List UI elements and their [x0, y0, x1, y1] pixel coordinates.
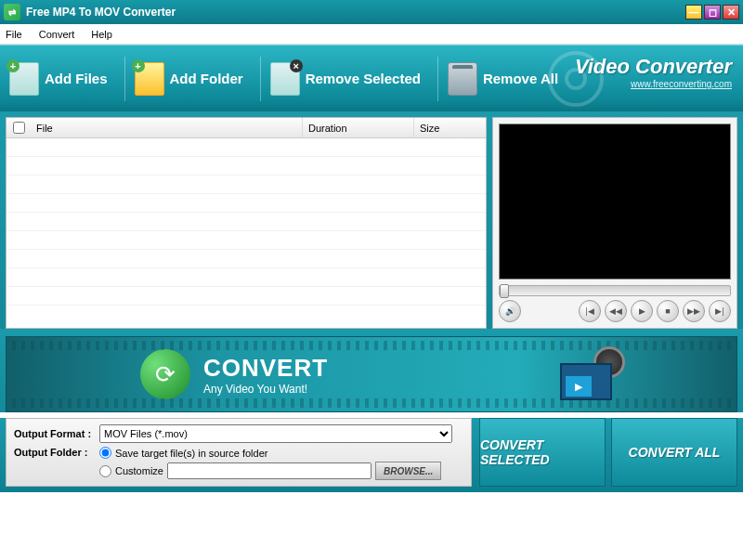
- radio-source-folder[interactable]: [99, 447, 111, 459]
- add-files-label: Add Files: [45, 71, 108, 86]
- play-button[interactable]: ▶: [631, 300, 653, 322]
- banner-subtitle: Any Video You Want!: [203, 383, 328, 396]
- add-folder-label: Add Folder: [170, 71, 243, 86]
- output-settings: Output Format : MOV Files (*.mov) Output…: [6, 418, 472, 487]
- output-format-label: Output Format :: [14, 428, 99, 439]
- output-format-select[interactable]: MOV Files (*.mov): [99, 424, 452, 443]
- prev-button[interactable]: |◀: [579, 300, 601, 322]
- clapper-icon: ▶: [560, 346, 625, 400]
- toolbar: Add Files Add Folder Remove Selected Rem…: [0, 45, 743, 111]
- browse-button[interactable]: BROWSE...: [375, 462, 441, 480]
- preview-screen: [499, 124, 731, 280]
- menu-convert[interactable]: Convert: [39, 29, 75, 40]
- convert-circle-icon: ⟳: [140, 349, 190, 399]
- preview-panel: 🔊 |◀ ◀◀ ▶ ■ ▶▶ ▶|: [492, 117, 737, 329]
- minimize-button[interactable]: —: [685, 5, 702, 20]
- remove-all-label: Remove All: [483, 71, 558, 86]
- menubar: File Convert Help: [0, 24, 743, 45]
- custom-folder-input[interactable]: [167, 462, 372, 479]
- column-duration[interactable]: Duration: [302, 118, 413, 137]
- convert-all-button[interactable]: CONVERT ALL: [611, 418, 737, 487]
- forward-button[interactable]: ▶▶: [683, 300, 705, 322]
- add-file-icon: [9, 62, 39, 96]
- remove-selected-icon: [270, 62, 300, 96]
- brand-title: Video Converter: [575, 55, 732, 79]
- add-folder-button[interactable]: Add Folder: [124, 57, 243, 101]
- volume-button[interactable]: 🔊: [499, 300, 521, 322]
- file-list-header: File Duration Size: [7, 118, 486, 138]
- menu-file[interactable]: File: [6, 29, 22, 40]
- add-folder-icon: [135, 62, 164, 96]
- stop-button[interactable]: ■: [657, 300, 679, 322]
- file-list-body[interactable]: [7, 138, 486, 328]
- promo-banner: ⟳ CONVERT Any Video You Want! ▶: [6, 336, 737, 412]
- maximize-button[interactable]: ◻: [704, 5, 721, 20]
- titlebar: ⇄ Free MP4 To MOV Converter — ◻ ✕: [0, 0, 743, 24]
- trash-icon: [448, 62, 477, 96]
- rewind-button[interactable]: ◀◀: [605, 300, 627, 322]
- remove-selected-label: Remove Selected: [306, 71, 421, 86]
- banner-title: CONVERT: [203, 354, 328, 383]
- brand-url[interactable]: www.freeconverting.com: [575, 79, 732, 89]
- column-file[interactable]: File: [31, 118, 302, 137]
- remove-all-button[interactable]: Remove All: [437, 57, 558, 101]
- add-files-button[interactable]: Add Files: [9, 57, 108, 101]
- seek-slider[interactable]: [499, 285, 731, 296]
- radio-customize-label: Customize: [115, 465, 163, 476]
- close-button[interactable]: ✕: [723, 5, 739, 20]
- convert-selected-button[interactable]: CONVERT SELECTED: [479, 418, 606, 487]
- window-title: Free MP4 To MOV Converter: [26, 6, 685, 19]
- brand-area: Video Converter www.freeconverting.com: [575, 55, 732, 89]
- file-list-panel: File Duration Size: [6, 117, 487, 329]
- column-size[interactable]: Size: [413, 118, 486, 137]
- radio-source-label: Save target file(s) in source folder: [115, 448, 267, 459]
- menu-help[interactable]: Help: [91, 29, 112, 40]
- radio-customize[interactable]: [99, 465, 111, 477]
- output-folder-label: Output Folder :: [14, 447, 99, 458]
- next-button[interactable]: ▶|: [709, 300, 731, 322]
- app-logo-icon: ⇄: [4, 4, 20, 20]
- select-all-checkbox[interactable]: [13, 122, 25, 134]
- remove-selected-button[interactable]: Remove Selected: [260, 57, 421, 101]
